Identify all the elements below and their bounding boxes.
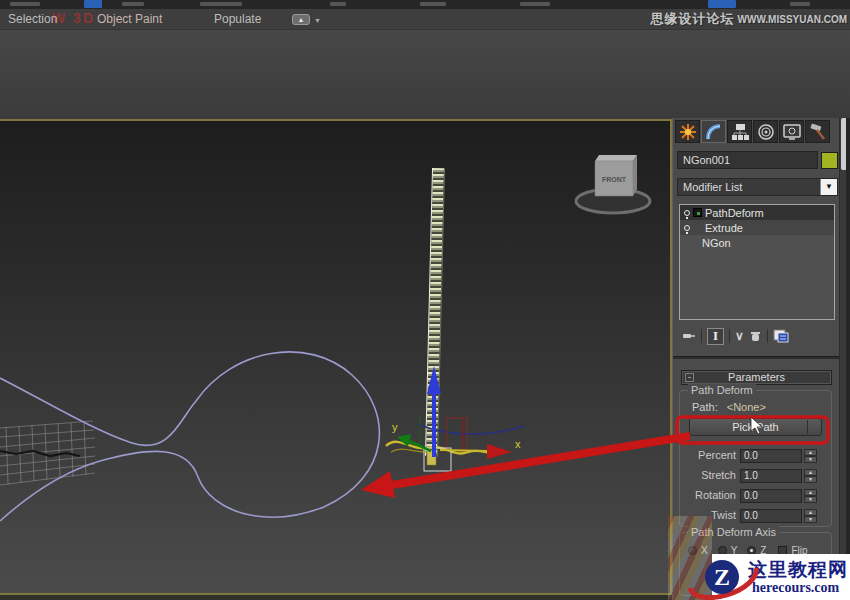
configure-modifier-sets-button[interactable] xyxy=(773,329,789,343)
button-split-line xyxy=(807,420,808,434)
window-right-edge xyxy=(846,118,850,600)
tab-display[interactable] xyxy=(779,120,804,143)
motion-icon xyxy=(756,122,776,142)
hierarchy-icon xyxy=(730,122,750,142)
group-title: Path Deform xyxy=(688,384,756,396)
trash-icon xyxy=(749,330,762,343)
path-value: <None> xyxy=(727,401,766,413)
rotation-spinner-row: Rotation 0.0 ▲▼ xyxy=(680,489,833,503)
x-axis-arrow[interactable] xyxy=(440,450,487,451)
stack-item-label: NGon xyxy=(702,237,731,249)
z-axis-arrowhead xyxy=(427,366,441,394)
stack-item-pathdeform[interactable]: PathDeform xyxy=(680,205,834,220)
tab-hierarchy[interactable] xyxy=(727,120,752,143)
toolbar-fragment xyxy=(420,2,446,6)
percent-input[interactable]: 0.0 xyxy=(740,449,802,463)
collapse-icon[interactable]: - xyxy=(685,373,694,382)
twist-input[interactable]: 0.0 xyxy=(740,509,802,523)
ribbon-tab-object-paint[interactable]: Object Paint xyxy=(97,12,162,26)
red-watermark-fragment: W 3D xyxy=(52,10,95,26)
separator xyxy=(701,329,702,343)
toolbar-fragment xyxy=(790,2,810,6)
watermark-site-url: WWW.MISSYUAN.COM xyxy=(738,14,847,25)
modifier-enabled-bulb-icon[interactable] xyxy=(684,210,690,216)
stretch-spinner-row: Stretch 1.0 ▲▼ xyxy=(680,469,833,483)
percent-stepper[interactable]: ▲▼ xyxy=(804,449,817,463)
parameters-rollout-header[interactable]: - Parameters xyxy=(681,370,832,385)
create-icon xyxy=(678,122,698,142)
ribbon-minimize-button[interactable]: ▲ xyxy=(292,14,310,25)
object-name-field[interactable]: NGon001 xyxy=(677,151,818,169)
pin-stack-button[interactable] xyxy=(681,330,696,342)
rotation-label: Rotation xyxy=(680,489,736,501)
path-deform-group: Path Deform Path: <None> Pick Path Perce… xyxy=(679,390,832,527)
tab-motion[interactable] xyxy=(753,120,778,143)
stretch-label: Stretch xyxy=(680,469,736,481)
rotation-stepper[interactable]: ▲▼ xyxy=(804,489,817,503)
viewcube-front-label: FRONT xyxy=(602,176,627,183)
toolbar-active-button-fragment[interactable] xyxy=(708,0,736,8)
front-viewport[interactable]: FRONT y xyxy=(0,119,672,595)
stack-item-ngon[interactable]: NGon xyxy=(680,235,834,250)
toolbar-active-button-fragment[interactable] xyxy=(84,0,102,8)
x-axis-arrowhead xyxy=(487,444,512,459)
modifier-list-caret-icon[interactable]: ▼ xyxy=(820,179,837,195)
show-end-result-icon: I xyxy=(713,328,718,344)
modify-icon xyxy=(704,122,724,142)
object-color-swatch[interactable] xyxy=(821,152,838,169)
path-row: Path: <None> xyxy=(692,401,766,413)
make-unique-button[interactable]: ∨ xyxy=(735,329,744,343)
watermark-logo-letter: Z xyxy=(714,564,730,590)
stack-item-label: PathDeform xyxy=(705,207,764,219)
viewport-scene: FRONT y xyxy=(0,121,672,597)
modifier-list-dropdown[interactable]: Modifier List ▼ xyxy=(677,178,838,196)
show-end-result-button[interactable]: I xyxy=(707,328,724,345)
modifier-stack: PathDeform Extrude NGon xyxy=(679,204,835,320)
transform-gizmo[interactable]: y x xyxy=(386,366,524,471)
toolbar-fragment xyxy=(10,2,40,6)
watermark-site-name: 思缘设计论坛 xyxy=(651,11,735,26)
toolbar-fragment xyxy=(200,2,242,6)
utilities-icon xyxy=(808,122,828,142)
3dsmax-window: W 3D Selection Object Paint Populate ▲ ▼ xyxy=(0,0,850,600)
toolbar-fragment xyxy=(330,2,346,6)
separator xyxy=(767,329,768,343)
pathdeform-modifier-icon xyxy=(693,208,702,217)
empty-workspace-area xyxy=(0,30,850,119)
stack-item-extrude[interactable]: Extrude xyxy=(680,220,834,235)
modifier-enabled-bulb-icon[interactable] xyxy=(684,225,690,231)
main-toolbar-cutoff xyxy=(0,0,850,9)
tab-utilities[interactable] xyxy=(805,120,830,143)
configure-icon xyxy=(773,329,789,343)
ribbon-tab-populate[interactable]: Populate xyxy=(214,12,261,26)
separator xyxy=(729,329,730,343)
stretch-stepper[interactable]: ▲▼ xyxy=(804,469,817,483)
viewcube[interactable]: FRONT xyxy=(576,155,650,213)
command-panel-tabs xyxy=(675,120,830,143)
watermark-logo: Z xyxy=(684,550,764,600)
watermark-top-right: 思缘设计论坛 WWW.MISSYUAN.COM xyxy=(651,10,848,28)
tab-modify[interactable] xyxy=(701,120,726,143)
x-axis-label: x xyxy=(515,438,521,450)
stack-item-label: Extrude xyxy=(705,222,743,234)
ribbon-caret-icon[interactable]: ▼ xyxy=(314,17,321,24)
spline-path-object[interactable] xyxy=(0,352,379,521)
y-axis-label: y xyxy=(392,421,398,433)
watermark-url: herecours.com xyxy=(752,580,839,596)
path-label: Path: xyxy=(692,401,718,413)
rotation-input[interactable]: 0.0 xyxy=(740,489,802,503)
toolbar-fragment xyxy=(122,2,144,6)
percent-spinner-row: Percent 0.0 ▲▼ xyxy=(680,449,833,463)
toolbar-fragment xyxy=(520,2,550,6)
panel-divider xyxy=(673,356,839,359)
ground-grid-plane xyxy=(0,421,95,485)
viewport-bottom-margin xyxy=(0,595,672,600)
remove-modifier-button[interactable] xyxy=(749,330,762,343)
tab-create[interactable] xyxy=(675,120,700,143)
modifier-list-label: Modifier List xyxy=(683,181,742,193)
display-icon xyxy=(782,122,802,142)
twist-stepper[interactable]: ▲▼ xyxy=(804,509,817,523)
stretch-input[interactable]: 1.0 xyxy=(740,469,802,483)
ribbon-tab-selection[interactable]: Selection xyxy=(8,12,57,26)
modifier-stack-toolbar: I ∨ xyxy=(681,326,789,346)
